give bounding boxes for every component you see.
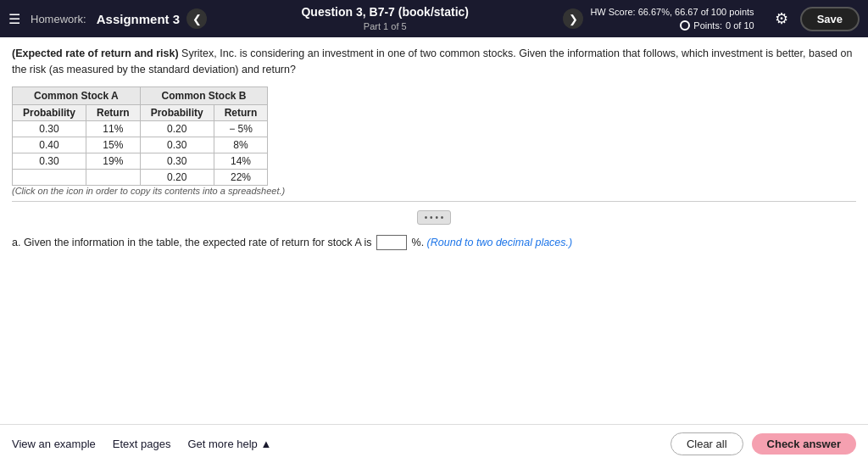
stock-b-header: Common Stock B xyxy=(140,86,268,104)
collapse-bar: • • • • xyxy=(12,210,856,225)
cell-b-ret: 14% xyxy=(214,153,268,169)
spreadsheet-note: (Click on the icon in order to copy its … xyxy=(12,186,856,196)
col-ret-b-header: Return xyxy=(214,104,268,120)
cell-b-prob: 0.30 xyxy=(140,153,214,169)
cell-a-prob xyxy=(13,169,86,185)
main-content: (Expected rate of return and risk) Syrit… xyxy=(0,37,868,252)
question-title: Question 3, B7-7 (book/static) xyxy=(301,4,469,21)
cell-a-ret xyxy=(86,169,141,185)
col-prob-b-header: Probability xyxy=(140,104,214,120)
homework-label: Homework: xyxy=(31,13,86,25)
answer-input-a[interactable] xyxy=(376,235,407,250)
cell-a-prob: 0.30 xyxy=(13,153,86,169)
menu-icon[interactable]: ☰ xyxy=(8,11,20,27)
divider xyxy=(12,201,856,202)
question-subtitle: Part 1 of 5 xyxy=(364,20,407,33)
stock-a-header: Common Stock A xyxy=(13,86,141,104)
circle-icon xyxy=(680,20,690,31)
cell-a-prob: 0.40 xyxy=(13,137,86,153)
cell-b-ret: 22% xyxy=(214,169,268,185)
table-row: 0.20 22% xyxy=(13,169,268,185)
cell-b-ret: − 5% xyxy=(214,120,268,137)
table-row: 0.30 11% 0.20 − 5% xyxy=(13,120,268,137)
cell-b-ret: 8% xyxy=(214,137,268,153)
hw-score-text: HW Score: 66.67%, 66.67 of 100 points xyxy=(590,5,754,20)
next-question-button[interactable]: ❯ xyxy=(563,8,583,29)
stock-data-table: Common Stock A Common Stock B Probabilit… xyxy=(12,86,268,186)
settings-button[interactable]: ⚙ xyxy=(775,9,788,28)
assignment-label: Assignment 3 xyxy=(97,12,180,26)
header: ☰ Homework: Assignment 3 ❮ Question 3, B… xyxy=(0,0,868,37)
answer-round-note: (Round to two decimal places.) xyxy=(427,237,573,248)
cell-b-prob: 0.20 xyxy=(140,169,214,185)
question-bold-label: (Expected rate of return and risk) xyxy=(12,47,179,59)
cell-a-ret: 11% xyxy=(86,120,141,137)
prev-question-button[interactable]: ❮ xyxy=(186,8,207,29)
collapse-dots[interactable]: • • • • xyxy=(417,210,451,225)
cell-a-ret: 19% xyxy=(86,153,141,169)
score-info: HW Score: 66.67%, 66.67 of 100 points Po… xyxy=(590,5,754,33)
answer-section: a. Given the information in the table, t… xyxy=(12,233,856,253)
answer-percent: %. xyxy=(412,237,425,248)
cell-b-prob: 0.30 xyxy=(140,137,214,153)
question-text: (Expected rate of return and risk) Syrit… xyxy=(12,46,856,78)
cell-b-prob: 0.20 xyxy=(140,120,214,137)
save-button[interactable]: Save xyxy=(800,7,860,31)
table-row: 0.30 19% 0.30 14% xyxy=(13,153,268,169)
table-row: 0.40 15% 0.30 8% xyxy=(13,137,268,153)
question-info: Question 3, B7-7 (book/static) Part 1 of… xyxy=(214,4,556,34)
col-ret-a-header: Return xyxy=(86,104,141,120)
points-text: Points: 0 of 10 xyxy=(680,19,754,33)
col-prob-a-header: Probability xyxy=(13,104,86,120)
cell-a-prob: 0.30 xyxy=(13,120,86,137)
answer-part-a-text: a. Given the information in the table, t… xyxy=(12,237,372,248)
cell-a-ret: 15% xyxy=(86,137,141,153)
